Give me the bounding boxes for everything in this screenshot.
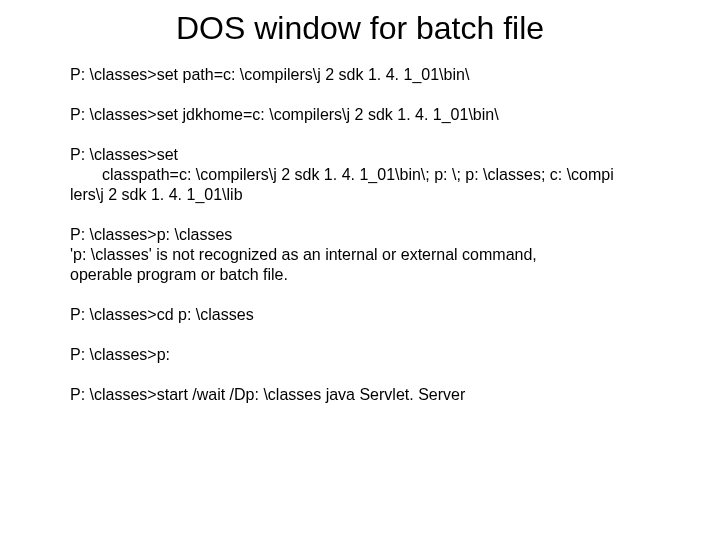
command-line: P: \classes>cd p: \classes bbox=[70, 305, 650, 325]
error-line: operable program or batch file. bbox=[70, 265, 650, 285]
page-title: DOS window for batch file bbox=[70, 10, 650, 47]
command-block: P: \classes>cd p: \classes bbox=[70, 305, 650, 325]
command-line: P: \classes>p: \classes bbox=[70, 225, 650, 245]
command-line-continuation: classpath=c: \compilers\j 2 sdk 1. 4. 1_… bbox=[70, 165, 650, 185]
command-block: P: \classes>set classpath=c: \compilers\… bbox=[70, 145, 650, 205]
command-line-continuation: lers\j 2 sdk 1. 4. 1_01\lib bbox=[70, 185, 650, 205]
command-block: P: \classes>start /wait /Dp: \classes ja… bbox=[70, 385, 650, 405]
command-line: P: \classes>set jdkhome=c: \compilers\j … bbox=[70, 105, 650, 125]
command-line: P: \classes>set path=c: \compilers\j 2 s… bbox=[70, 65, 650, 85]
command-block: P: \classes>p: bbox=[70, 345, 650, 365]
command-block: P: \classes>set jdkhome=c: \compilers\j … bbox=[70, 105, 650, 125]
command-block: P: \classes>set path=c: \compilers\j 2 s… bbox=[70, 65, 650, 85]
command-line: P: \classes>set bbox=[70, 145, 650, 165]
dos-output: P: \classes>set path=c: \compilers\j 2 s… bbox=[70, 65, 650, 405]
command-block: P: \classes>p: \classes 'p: \classes' is… bbox=[70, 225, 650, 285]
command-line: P: \classes>start /wait /Dp: \classes ja… bbox=[70, 385, 650, 405]
error-line: 'p: \classes' is not recognized as an in… bbox=[70, 245, 650, 265]
command-line: P: \classes>p: bbox=[70, 345, 650, 365]
